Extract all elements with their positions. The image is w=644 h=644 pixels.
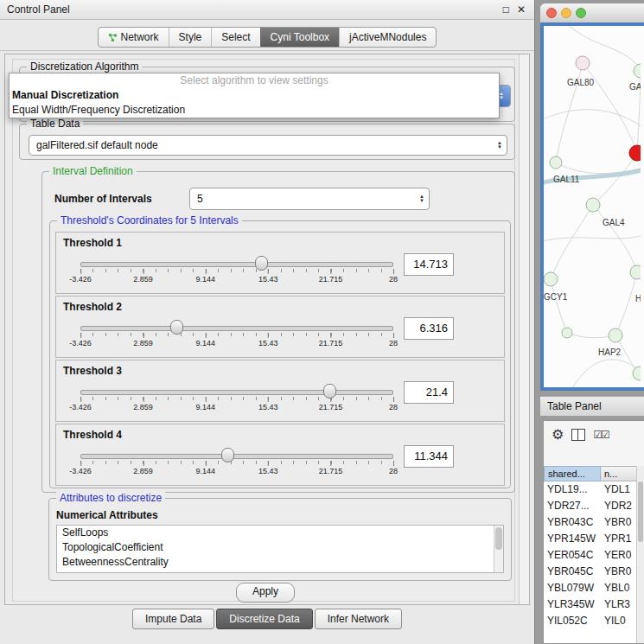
network-node[interactable]: [630, 265, 641, 279]
cyni-toolbox-panel: Discretization Algorithm ▲▼ Table Data g…: [4, 54, 530, 605]
slider-track[interactable]: [80, 262, 393, 267]
num-intervals-label: Number of Intervals: [54, 193, 152, 205]
table-row[interactable]: YER054CYER0: [544, 547, 637, 564]
tab-infer-network[interactable]: Infer Network: [315, 609, 402, 629]
slider-track[interactable]: [80, 454, 393, 459]
threshold-2-slider[interactable]: -3.4262.8599.14415.4321.71528: [77, 296, 397, 357]
table-row[interactable]: YDL19...YDL1: [544, 481, 637, 498]
slider-scale-label: 2.859: [133, 467, 153, 475]
tab-impute-data[interactable]: Impute Data: [132, 609, 214, 629]
slider-thumb[interactable]: [170, 320, 183, 335]
table-cell: YDL19...: [544, 481, 601, 498]
network-node[interactable]: [633, 367, 641, 380]
threshold-2-value[interactable]: 6.316: [404, 317, 454, 340]
table-row[interactable]: YLR345WYLR3: [544, 596, 637, 613]
scrollbar-thumb[interactable]: [638, 481, 643, 542]
attribute-list-item[interactable]: SelfLoops: [57, 526, 503, 540]
selected-node[interactable]: [629, 145, 641, 161]
table-cell: YER054C: [544, 547, 601, 564]
attribute-list-item[interactable]: BetweennessCentrality: [57, 555, 503, 570]
slider-track[interactable]: [80, 326, 393, 331]
table-panel-header[interactable]: Table Panel: [540, 396, 644, 417]
window-titlebar[interactable]: Control Panel □ ✕: [0, 0, 534, 20]
select-all-checkbox-icon[interactable]: ☑☑: [593, 429, 609, 441]
threshold-1-slider[interactable]: -3.4262.8599.14415.4321.71528: [77, 233, 397, 293]
slider-scale-label: 2.859: [133, 403, 153, 411]
slider-ticks: [80, 269, 393, 272]
columns-icon[interactable]: [571, 429, 585, 441]
tab-discretize-data[interactable]: Discretize Data: [216, 609, 312, 629]
network-node[interactable]: [550, 156, 562, 169]
numerical-attributes-label: Numerical Attributes: [56, 509, 158, 521]
table-row[interactable]: YBR043CYBR0: [544, 514, 637, 531]
table-data-value: galFiltered.sif default node: [36, 136, 486, 155]
table-row[interactable]: YIL052CYIL0: [544, 613, 637, 629]
table-cell: YBR0: [601, 514, 637, 531]
numerical-attributes-list[interactable]: SelfLoopsTopologicalCoefficientBetweenne…: [56, 525, 504, 573]
slider-scale: -3.4262.8599.14415.4321.71528: [80, 466, 393, 476]
close-icon[interactable]: ✕: [517, 0, 526, 19]
table-row[interactable]: YBL079WYBL0: [544, 580, 637, 596]
tab-cyni-toolbox[interactable]: Cyni Toolbox: [260, 28, 339, 47]
table-row[interactable]: YPR145WYPR1: [544, 531, 637, 547]
node-label: GAL11: [553, 175, 580, 184]
table-cell: YIL0: [601, 613, 637, 629]
column-header-shared-name[interactable]: shared...: [544, 466, 601, 481]
network-graph[interactable]: GAL80 GA GAL11 GAL4 GCY1 HAP2 H: [544, 26, 641, 387]
threshold-4-slider[interactable]: -3.4262.8599.14415.4321.71528: [77, 424, 397, 485]
network-node[interactable]: [562, 328, 572, 338]
table-row[interactable]: YBR045CYBR0: [544, 564, 637, 580]
tab-label: Network: [121, 31, 159, 43]
threshold-3-value[interactable]: 21.4: [404, 381, 454, 404]
network-node[interactable]: [634, 64, 641, 78]
slider-scale-label: 15.43: [258, 467, 278, 475]
slider-scale-label: 21.715: [319, 467, 343, 475]
panel-scrollbar[interactable]: [519, 54, 529, 604]
slider-track[interactable]: [80, 390, 393, 395]
tab-jactivemnodules[interactable]: jActiveMNodules: [339, 28, 436, 47]
close-traffic-light-icon[interactable]: [546, 8, 557, 18]
popup-item-equal-width[interactable]: Equal Width/Frequency Discretization: [10, 103, 499, 118]
network-node[interactable]: [609, 328, 622, 342]
node-label: H: [635, 294, 641, 303]
table-scrollbar[interactable]: [636, 466, 644, 643]
tab-network[interactable]: Network: [99, 28, 169, 47]
popup-placeholder: Select algorithm to view settings: [10, 73, 499, 88]
column-header-name[interactable]: n...: [601, 466, 637, 481]
tab-select[interactable]: Select: [211, 28, 259, 47]
network-view-frame: GAL80 GA GAL11 GAL4 GCY1 HAP2 H: [540, 22, 644, 391]
popup-item-manual-discretization[interactable]: Manual Discretization: [10, 88, 499, 103]
table-data-combobox[interactable]: galFiltered.sif default node ▲▼: [29, 135, 507, 156]
network-node[interactable]: [544, 272, 558, 286]
minimize-icon[interactable]: □: [503, 0, 509, 19]
attribute-list-item[interactable]: TopologicalCoefficient: [57, 540, 503, 555]
apply-button[interactable]: Apply: [236, 583, 295, 603]
table-row[interactable]: YDR27...YDR2: [544, 498, 637, 514]
slider-thumb[interactable]: [255, 256, 268, 271]
threshold-3-slider[interactable]: -3.4262.8599.14415.4321.71528: [77, 360, 397, 421]
slider-scale-label: 28: [389, 275, 398, 284]
network-window-titlebar[interactable]: [540, 3, 644, 23]
minimize-traffic-light-icon[interactable]: [561, 8, 571, 18]
network-node[interactable]: [586, 198, 600, 212]
threshold-1-value[interactable]: 14.713: [404, 253, 454, 276]
network-canvas[interactable]: GAL80 GA GAL11 GAL4 GCY1 HAP2 H: [544, 26, 644, 387]
slider-scale-label: 9.144: [196, 467, 216, 475]
network-node[interactable]: [576, 56, 590, 70]
scrollbar-thumb[interactable]: [495, 527, 502, 550]
tab-label: Cyni Toolbox: [271, 31, 329, 43]
slider-scale-label: 15.43: [258, 339, 278, 348]
num-intervals-combobox[interactable]: 5 ▲▼: [189, 188, 430, 210]
slider-scale-label: 28: [389, 403, 398, 411]
list-scrollbar[interactable]: [494, 526, 503, 572]
slider-thumb[interactable]: [221, 448, 234, 462]
slider-scale-label: 15.43: [258, 275, 278, 284]
zoom-traffic-light-icon[interactable]: [576, 8, 586, 18]
table-cell: YER0: [601, 547, 637, 564]
table-cell: YDR27...: [544, 498, 601, 514]
thresholds-group-title: Threshold's Coordinates for 5 Intervals: [57, 214, 242, 226]
tab-style[interactable]: Style: [169, 28, 212, 47]
threshold-4-value[interactable]: 11.344: [404, 445, 454, 468]
gear-icon[interactable]: ⚙: [552, 428, 564, 442]
slider-thumb[interactable]: [323, 384, 336, 399]
